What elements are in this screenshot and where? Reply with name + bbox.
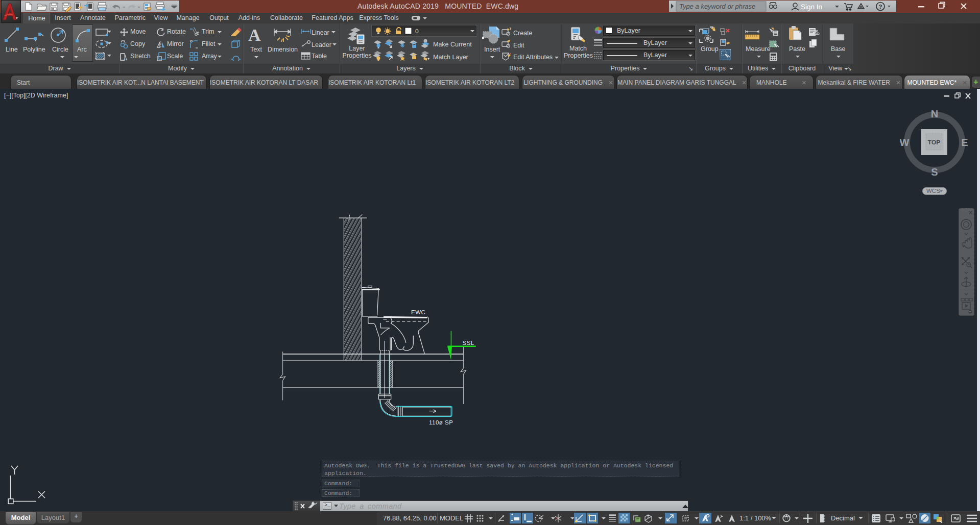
svg-text:110ø SP: 110ø SP (429, 420, 453, 426)
svg-text:TOP: TOP (928, 139, 940, 146)
svg-text:SSL: SSL (463, 340, 474, 346)
svg-text:N: N (931, 109, 938, 120)
svg-text:Match Layer: Match Layer (433, 54, 468, 61)
svg-text:S: S (931, 167, 938, 177)
svg-text:?: ? (879, 4, 882, 10)
svg-text:Make Current: Make Current (433, 41, 472, 48)
svg-text:Type a keyword or phrase: Type a keyword or phrase (679, 3, 755, 10)
svg-text:0: 0 (415, 28, 419, 35)
svg-text:Sign In: Sign In (801, 3, 822, 11)
svg-text:W: W (900, 137, 910, 148)
svg-text:EWC: EWC (411, 310, 425, 316)
svg-text:E: E (961, 137, 968, 148)
